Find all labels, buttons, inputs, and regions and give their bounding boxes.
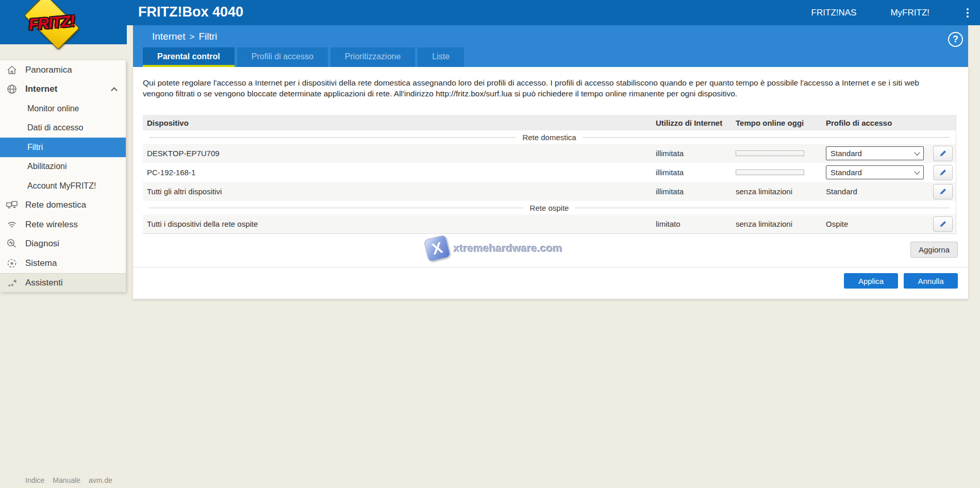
profile-value: Ospite [822,220,927,228]
edit-button[interactable] [933,216,953,232]
watermark-row: X xtremehardware.com Aggiorna [133,234,968,267]
breadcrumb-page: Filtri [198,31,217,42]
edit-button[interactable] [933,165,953,180]
sidebar-item-account-myfritz[interactable]: Account MyFRITZ! [0,176,126,196]
home-icon [6,64,18,76]
tab-parental-control[interactable]: Parental control [143,47,235,67]
cancel-button[interactable]: Annulla [904,273,958,289]
kebab-menu-icon[interactable] [964,6,972,20]
sidebar-item-dati-di-accesso[interactable]: Dati di accesso [0,119,126,138]
sidebar-item-rete-domestica[interactable]: Rete domestica [0,196,126,215]
footer-link-manuale[interactable]: Manuale [53,476,80,484]
tab-prioritizzazione[interactable]: Prioritizzazione [330,47,415,67]
wifi-icon [6,218,18,231]
pencil-icon [939,168,948,177]
assistants-icon [6,277,18,289]
footer: Indice Manuale avm.de [25,476,112,484]
top-nav: FRITZ!NAS MyFRITZ! [811,0,980,25]
profile-select-value: Standard [830,168,862,177]
sidebar-item-label: Internet [25,84,57,94]
apply-button[interactable]: Applica [844,273,898,289]
diagnosis-magnifier-icon [6,238,18,250]
pencil-icon [939,149,948,158]
col-header-usage: Utilizzo di Internet [652,119,732,127]
watermark: X xtremehardware.com [426,237,562,260]
breadcrumb-separator: > [189,32,194,42]
sidebar-item-filtri[interactable]: Filtri [0,138,126,157]
breadcrumb: Internet>Filtri [133,25,968,42]
xtremehardware-logo-icon: X [423,234,451,262]
sidebar-item-label: Rete wireless [25,220,78,230]
chevron-up-icon [111,87,118,94]
online-time-progressbar [736,170,804,175]
sidebar-item-label: Diagnosi [25,239,59,249]
profile-select[interactable]: Standard [826,165,924,179]
edit-button[interactable] [933,146,953,161]
sidebar-item-internet[interactable]: Internet [0,80,126,99]
sidebar: Panoramica Internet Monitor online Dati … [0,60,126,292]
sidebar-item-diagnosi[interactable]: Diagnosi [0,234,126,254]
sidebar-item-rete-wireless[interactable]: Rete wireless [0,215,126,234]
usage-value: illimitata [652,168,732,177]
sidebar-item-monitor-online[interactable]: Monitor online [0,99,126,119]
usage-value: illimitata [652,149,732,158]
sidebar-item-label: Abilitazioni [27,162,67,171]
sidebar-item-panoramica[interactable]: Panoramica [0,60,126,80]
usage-value: illimitata [652,187,732,196]
sidebar-item-label: Rete domestica [25,200,86,210]
online-time-progressbar [736,150,804,156]
system-icon [6,257,18,270]
tab-profili-di-accesso[interactable]: Profili di accesso [237,47,328,67]
sidebar-item-label: Dati di accesso [27,123,84,132]
profile-select[interactable]: Standard [826,146,924,160]
time-value: senza limitazioni [732,187,822,196]
table-row: PC-192-168-1 illimitata Standard [143,163,956,182]
globe-icon [6,83,18,95]
main-area: Internet>Filtri ? Parental control Profi… [133,25,968,299]
table-row: Tutti gli altri dispositivi illimitata s… [143,182,956,201]
edit-button[interactable] [933,184,953,199]
section-row-rete-domestica: Rete domestica [143,130,956,144]
sidebar-item-label: Account MyFRITZ! [27,181,96,191]
table-row: DESKTOP-EP7U709 illimitata Standard [143,144,956,163]
nav-fritznas-link[interactable]: FRITZ!NAS [811,8,857,18]
col-header-time: Tempo online oggi [732,119,822,127]
sidebar-item-label: Sistema [25,258,57,268]
table-row: Tutti i dispositivi della rete ospite li… [143,214,956,233]
tab-bar: Parental control Profili di accesso Prio… [143,47,467,67]
fritz-logo[interactable]: FRITZ! [18,2,86,43]
usage-value: limitato [652,220,732,228]
help-icon[interactable]: ? [948,32,963,47]
sidebar-item-label: Assistenti [25,278,63,288]
footer-link-avm[interactable]: avm.de [89,476,112,484]
profile-value: Standard [822,187,927,196]
devices-table: Dispositivo Utilizzo di Internet Tempo o… [143,115,956,234]
device-name: DESKTOP-EP7U709 [143,149,652,158]
sidebar-item-assistenti[interactable]: Assistenti [0,273,126,293]
actions-bar: Applica Annulla [133,267,968,298]
device-name: Tutti i dispositivi della rete ospite [143,220,652,228]
device-name: Tutti gli altri dispositivi [143,187,652,196]
pencil-icon [939,220,948,228]
col-header-profile: Profilo di accesso [822,119,927,127]
watermark-text: xtremehardware.com [454,242,562,255]
page-description: Qui potete regolare l'accesso a Internet… [133,67,958,99]
sidebar-item-label: Panoramica [25,65,72,75]
section-row-rete-ospite: Rete ospite [143,201,956,214]
time-value: senza limitazioni [732,220,822,228]
footer-link-indice[interactable]: Indice [25,476,44,484]
sidebar-item-sistema[interactable]: Sistema [0,254,126,273]
section-label: Rete domestica [522,133,576,142]
content-panel: Qui potete regolare l'accesso a Internet… [133,67,968,299]
breadcrumb-section[interactable]: Internet [152,31,185,42]
tab-liste[interactable]: Liste [418,47,464,67]
refresh-button[interactable]: Aggiorna [910,242,958,258]
nav-myfritz-link[interactable]: MyFRITZ! [890,8,929,18]
section-label: Rete ospite [530,204,569,212]
pencil-icon [939,187,948,196]
profile-select-value: Standard [830,149,862,158]
device-name: PC-192-168-1 [143,168,652,177]
col-header-device: Dispositivo [143,119,652,127]
sidebar-item-abilitazioni[interactable]: Abilitazioni [0,157,126,177]
chevron-down-icon [914,149,920,155]
